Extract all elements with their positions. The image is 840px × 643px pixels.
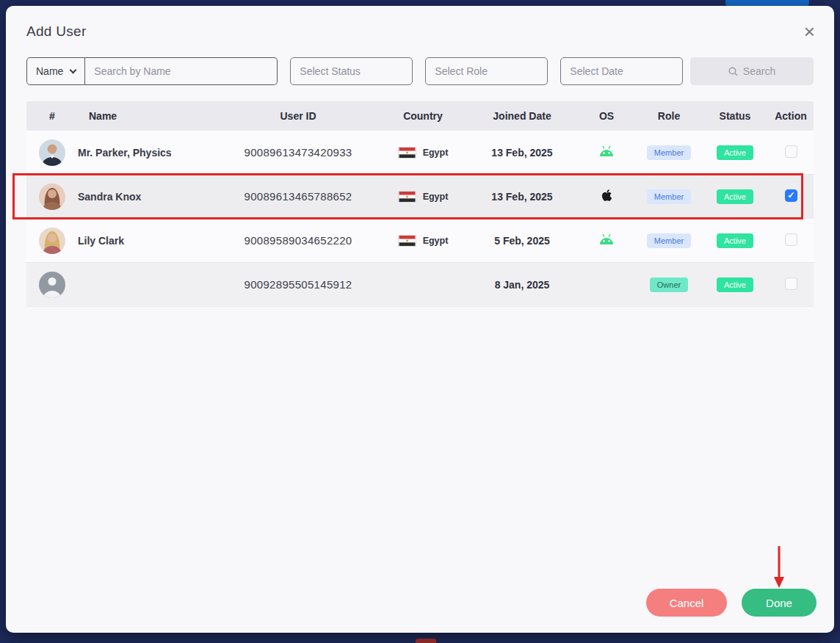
joined-date: 8 Jan, 2025	[467, 279, 577, 291]
add-user-modal: Add User × Name Search # Name User ID Co…	[6, 6, 834, 633]
header-action: Action	[768, 110, 814, 122]
header-status: Status	[702, 110, 768, 122]
role-select[interactable]	[425, 57, 548, 85]
search-icon	[728, 67, 738, 76]
users-table: # Name User ID Country Joined Date OS Ro…	[26, 101, 814, 307]
avatar	[39, 184, 65, 210]
status-badge: Active	[717, 277, 753, 292]
country-label: Egypt	[423, 236, 449, 246]
header-user-id: User ID	[217, 110, 379, 122]
user-id: 90089589034652220	[217, 234, 379, 247]
cancel-button[interactable]: Cancel	[646, 589, 727, 617]
country-cell: Egypt	[379, 235, 467, 247]
modal-title: Add User	[26, 23, 87, 40]
modal-header: Add User ×	[6, 6, 834, 47]
table-row[interactable]: 90092895505145912 8 Jan, 2025 Owner Acti…	[26, 263, 814, 307]
name-dropdown-label: Name	[36, 65, 63, 77]
joined-date: 5 Feb, 2025	[467, 235, 577, 247]
android-icon	[597, 145, 616, 157]
android-icon	[597, 233, 616, 245]
avatar	[39, 139, 65, 166]
header-os: OS	[577, 110, 636, 122]
user-id: 90089613465788652	[217, 190, 379, 203]
country-cell: Egypt	[379, 147, 467, 159]
table-row[interactable]: Lily Clark 90089589034652220 Egypt 5 Feb…	[26, 219, 814, 263]
user-name: Sandra Knox	[78, 191, 217, 203]
female-photo-avatar	[39, 184, 65, 210]
avatar-placeholder	[39, 272, 65, 298]
table-header-row: # Name User ID Country Joined Date OS Ro…	[26, 101, 814, 131]
user-id: 90092895505145912	[217, 278, 379, 291]
date-select[interactable]	[560, 57, 683, 85]
name-field-dropdown[interactable]: Name	[26, 57, 85, 85]
os-cell	[577, 189, 636, 204]
table-row[interactable]: Mr. Parker, Physics 90089613473420933 Eg…	[26, 131, 814, 175]
joined-date: 13 Feb, 2025	[467, 147, 577, 159]
role-badge: Member	[647, 145, 691, 160]
egypt-flag-icon	[398, 191, 416, 203]
header-role: Role	[636, 110, 702, 122]
status-badge: Active	[717, 189, 753, 204]
search-button[interactable]: Search	[690, 57, 814, 85]
row-checkbox[interactable]	[785, 233, 797, 246]
row-checkbox[interactable]	[785, 189, 797, 202]
background-page-fragment	[416, 639, 436, 643]
apple-icon	[601, 189, 612, 202]
search-input[interactable]	[85, 57, 278, 85]
chevron-down-icon	[70, 67, 77, 74]
status-badge: Active	[717, 233, 753, 248]
person-silhouette-icon	[39, 272, 65, 298]
annotation-arrow-icon	[772, 546, 786, 589]
row-checkbox[interactable]	[785, 277, 797, 290]
done-button[interactable]: Done	[742, 589, 817, 617]
user-name: Mr. Parker, Physics	[78, 147, 217, 159]
male-photo-avatar	[39, 139, 65, 166]
egypt-flag-icon	[398, 147, 416, 159]
country-label: Egypt	[423, 148, 449, 158]
header-name: Name	[78, 110, 217, 122]
female-photo-avatar	[39, 228, 65, 254]
modal-footer: Cancel Done	[6, 589, 834, 633]
row-checkbox[interactable]	[785, 145, 797, 158]
header-index: #	[26, 110, 78, 122]
user-name: Lily Clark	[78, 235, 217, 247]
search-button-label: Search	[743, 65, 775, 77]
egypt-flag-icon	[398, 235, 416, 247]
filter-bar: Name Search	[6, 47, 834, 85]
table-row[interactable]: Sandra Knox 90089613465788652 Egypt 13 F…	[26, 175, 814, 219]
status-badge: Active	[717, 145, 753, 160]
country-cell: Egypt	[379, 191, 467, 203]
name-search-group: Name	[26, 57, 278, 85]
role-badge: Member	[647, 233, 691, 248]
header-country: Country	[379, 110, 467, 122]
os-cell	[577, 145, 636, 159]
role-badge: Owner	[650, 277, 688, 292]
status-select[interactable]	[290, 57, 413, 85]
avatar	[39, 228, 65, 254]
country-label: Egypt	[423, 192, 449, 202]
user-id: 90089613473420933	[217, 146, 379, 159]
close-icon[interactable]: ×	[804, 22, 815, 41]
role-badge: Member	[647, 189, 691, 204]
joined-date: 13 Feb, 2025	[467, 191, 577, 203]
header-joined-date: Joined Date	[467, 110, 577, 122]
os-cell	[577, 233, 636, 247]
